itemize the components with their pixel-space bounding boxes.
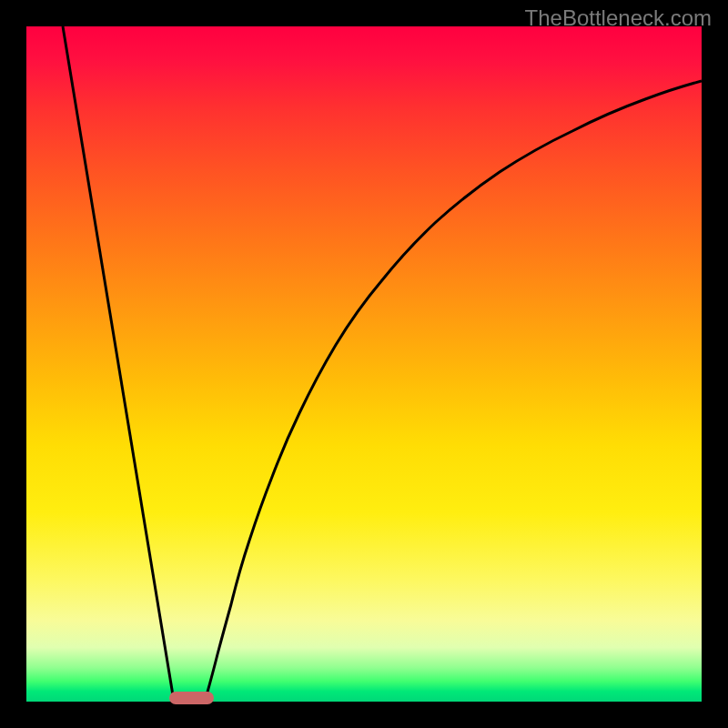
chart-container: TheBottleneck.com (0, 0, 728, 728)
right-curve-path (207, 81, 702, 695)
watermark-text: TheBottleneck.com (525, 5, 712, 31)
left-line-path (63, 26, 173, 695)
plot-area (26, 26, 702, 702)
bottleneck-marker (169, 692, 214, 704)
curve-layer (26, 26, 702, 702)
